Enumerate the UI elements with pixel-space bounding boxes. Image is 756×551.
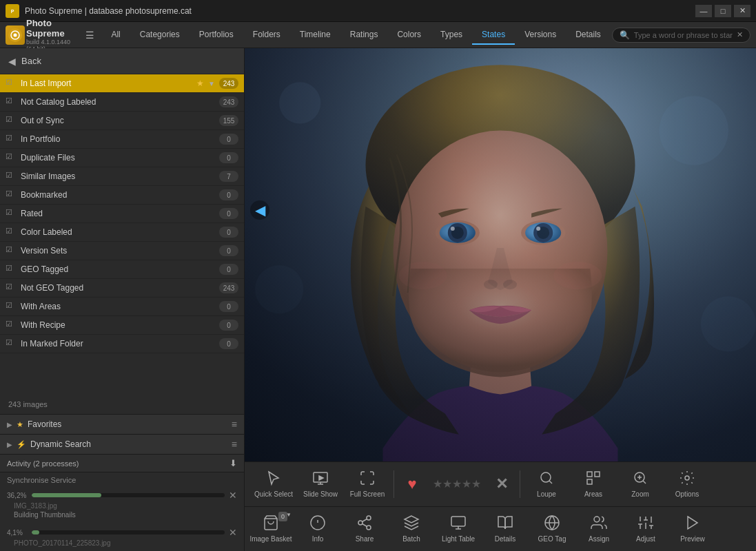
areas-button[interactable]: Areas (570, 464, 617, 504)
zoom-icon (632, 470, 648, 488)
photo-display: ◀ (245, 48, 756, 461)
search-input[interactable] (634, 31, 733, 39)
dynamic-search-header[interactable]: ▶ ⚡ Dynamic Search ≡ (0, 435, 244, 454)
progress-area-1: 36,2% ✕ IMG_3183.jpg Building Thumbnails (0, 487, 244, 524)
svg-rect-32 (587, 479, 592, 484)
tab-colors[interactable]: Colors (387, 25, 431, 45)
info-label: Info (312, 535, 324, 543)
tab-ratings[interactable]: Ratings (340, 25, 388, 45)
sidebar-item-not-geo-tagged[interactable]: ☑ Not GEO Tagged 243 (0, 279, 244, 298)
share-button[interactable]: Share (341, 509, 388, 549)
app-logo-small: P (6, 4, 19, 18)
rating-star-3[interactable]: ★ (452, 477, 462, 490)
zoom-label: Zoom (631, 490, 649, 498)
tab-versions[interactable]: Versions (515, 25, 566, 45)
item-label: With Recipe (21, 320, 219, 330)
assign-button[interactable]: Assign (575, 509, 622, 549)
assign-icon (591, 514, 607, 533)
rating-star-4[interactable]: ★ (462, 477, 471, 490)
quick-select-button[interactable]: Quick Select (250, 464, 297, 504)
sidebar-item-in-portfolio[interactable]: ☑ In Portfolio 0 (0, 130, 244, 149)
rating-star-5[interactable]: ★ (471, 477, 481, 490)
tab-types[interactable]: Types (431, 25, 472, 45)
slide-show-button[interactable]: Slide Show (297, 464, 344, 504)
tab-portfolios[interactable]: Portfolios (190, 25, 243, 45)
activity-bar: Activity (2 processes) ⬇ (0, 454, 244, 472)
tab-states[interactable]: States (472, 25, 515, 45)
item-count: 0 (219, 189, 238, 200)
heart-button[interactable]: ♥ (397, 464, 427, 504)
sidebar-list: ☑ In Last Import ★ ▼ 243 ☑ Not Catalog L… (0, 74, 244, 395)
close-button[interactable]: ✕ (734, 5, 750, 17)
sidebar-item-with-recipe[interactable]: ☑ With Recipe 0 (0, 316, 244, 335)
sidebar-item-out-of-sync[interactable]: ☑ Out of Sync 155 (0, 112, 244, 130)
rating-star-1[interactable]: ★ (433, 477, 442, 490)
image-basket-button[interactable]: 0 ▼ Image Basket (247, 509, 294, 549)
favorites-header[interactable]: ▶ ★ Favorites ≡ (0, 415, 244, 434)
batch-button[interactable]: Batch (388, 509, 435, 549)
sidebar-item-geo-tagged[interactable]: ☑ GEO Tagged 0 (0, 260, 244, 279)
sidebar-item-not-catalog-labeled[interactable]: ☑ Not Catalog Labeled 243 (0, 93, 244, 112)
search-clear-icon[interactable]: ✕ (737, 30, 743, 39)
expand-icon: ▶ (7, 421, 12, 428)
check-icon: ☑ (6, 134, 17, 145)
sidebar-item-similar-images[interactable]: ☑ Similar Images 7 (0, 167, 244, 186)
tab-timeline[interactable]: Timeline (290, 25, 340, 45)
progress-row-2: 4,1% ✕ (7, 527, 237, 538)
tab-folders[interactable]: Folders (243, 25, 290, 45)
quick-select-label: Quick Select (254, 490, 293, 498)
full-screen-icon (359, 470, 376, 488)
geo-tag-button[interactable]: GEO Tag (529, 509, 575, 549)
section-menu-icon[interactable]: ≡ (232, 419, 237, 430)
brand-name: Photo Supreme (26, 18, 76, 39)
item-count: 243 (219, 96, 238, 107)
full-screen-button[interactable]: Full Screen (344, 464, 391, 504)
sidebar-item-in-last-import[interactable]: ☑ In Last Import ★ ▼ 243 (0, 74, 244, 93)
back-arrow-icon[interactable]: ◀ (8, 56, 16, 67)
tab-categories[interactable]: Categories (130, 25, 190, 45)
options-button[interactable]: Options (664, 464, 711, 504)
reject-button[interactable]: ✕ (487, 464, 517, 504)
light-table-button[interactable]: Light Table (435, 509, 482, 549)
hamburger-menu[interactable]: ☰ (83, 25, 97, 45)
progress-cancel-2[interactable]: ✕ (229, 527, 237, 538)
zoom-button[interactable]: Zoom (617, 464, 664, 504)
sidebar-item-duplicate-files[interactable]: ☑ Duplicate Files 0 (0, 149, 244, 167)
progress-cancel-1[interactable]: ✕ (229, 490, 237, 501)
search-box[interactable]: 🔍 ✕ (612, 28, 750, 43)
item-label: GEO Tagged (21, 264, 219, 274)
rating-star-2[interactable]: ★ (442, 477, 452, 490)
sidebar-item-color-labeled[interactable]: ☑ Color Labeled 0 (0, 223, 244, 242)
svg-text:P: P (11, 9, 14, 14)
favorites-star-icon: ★ (17, 420, 23, 429)
sidebar-item-bookmarked[interactable]: ☑ Bookmarked 0 (0, 186, 244, 205)
svg-point-40 (358, 521, 362, 525)
nav-previous-button[interactable]: ◀ (250, 200, 269, 220)
star-rating: ★ ★ ★ ★ ★ (427, 477, 487, 490)
minimize-button[interactable]: — (695, 5, 712, 17)
logo-mark (6, 25, 25, 45)
sidebar-item-version-sets[interactable]: ☑ Version Sets 0 (0, 242, 244, 260)
activity-download-icon[interactable]: ⬇ (229, 458, 237, 468)
details-button[interactable]: Details (482, 509, 529, 549)
svg-point-4 (14, 33, 17, 37)
adjust-label: Adjust (636, 535, 655, 543)
slide-show-icon (312, 470, 329, 488)
titlebar: P Photo Supreme | database photosupreme.… (0, 0, 756, 22)
preview-button[interactable]: Preview (669, 509, 716, 549)
sidebar-item-with-areas[interactable]: ☑ With Areas 0 (0, 298, 244, 316)
sidebar-item-rated[interactable]: ☑ Rated 0 (0, 205, 244, 223)
item-count: 0 (219, 245, 238, 256)
info-button[interactable]: Info (294, 509, 341, 549)
areas-label: Areas (584, 490, 602, 498)
maximize-button[interactable]: □ (715, 5, 731, 17)
adjust-button[interactable]: Adjust (622, 509, 669, 549)
loupe-button[interactable]: Loupe (523, 464, 570, 504)
window-title: Photo Supreme | database photosupreme.ca… (25, 6, 192, 16)
tab-details[interactable]: Details (566, 25, 611, 45)
section-menu-icon[interactable]: ≡ (232, 439, 237, 450)
sidebar-item-in-marked-folder[interactable]: ☑ In Marked Folder 0 (0, 335, 244, 353)
svg-rect-44 (451, 517, 465, 526)
tab-all[interactable]: All (101, 25, 130, 45)
main-content: ◀ Back ☑ In Last Import ★ ▼ 243 ☑ Not Ca… (0, 48, 756, 551)
